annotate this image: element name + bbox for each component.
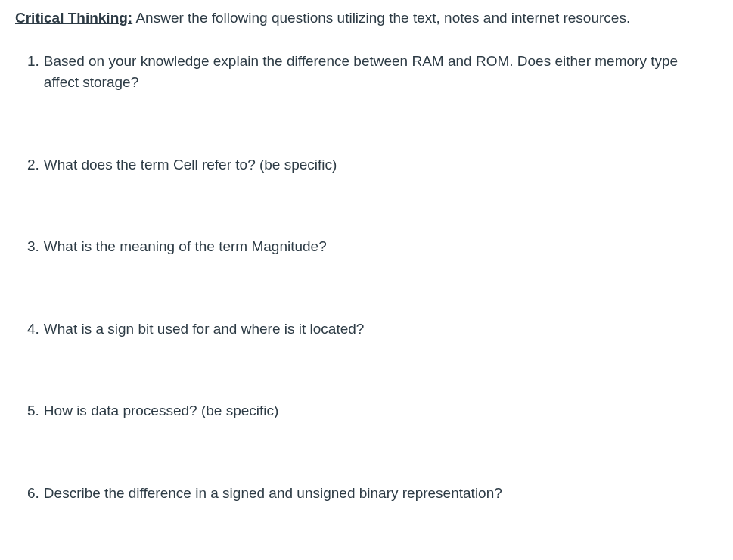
question-item: 1. Based on your knowledge explain the d… <box>27 51 718 94</box>
question-number: 2. <box>27 154 39 176</box>
question-number: 3. <box>27 236 39 258</box>
question-text: What is a sign bit used for and where is… <box>44 319 718 341</box>
question-item: 3. What is the meaning of the term Magni… <box>27 236 718 258</box>
question-number: 1. <box>27 51 39 94</box>
section-title: Critical Thinking: <box>15 10 132 26</box>
intro-paragraph: Critical Thinking: Answer the following … <box>15 8 718 30</box>
question-item: 6. Describe the difference in a signed a… <box>27 483 718 505</box>
question-item: 5. How is data processed? (be specific) <box>27 400 718 422</box>
question-text: How is data processed? (be specific) <box>44 400 718 422</box>
question-text: What does the term Cell refer to? (be sp… <box>44 154 718 176</box>
question-text: Based on your knowledge explain the diff… <box>44 51 718 94</box>
question-item: 2. What does the term Cell refer to? (be… <box>27 154 718 176</box>
question-text: Describe the difference in a signed and … <box>44 483 718 505</box>
question-list: 1. Based on your knowledge explain the d… <box>15 51 718 505</box>
question-number: 4. <box>27 319 39 341</box>
question-number: 5. <box>27 400 39 422</box>
question-text: What is the meaning of the term Magnitud… <box>44 236 718 258</box>
intro-instruction: Answer the following questions utilizing… <box>132 10 630 26</box>
question-number: 6. <box>27 483 39 505</box>
question-item: 4. What is a sign bit used for and where… <box>27 319 718 341</box>
